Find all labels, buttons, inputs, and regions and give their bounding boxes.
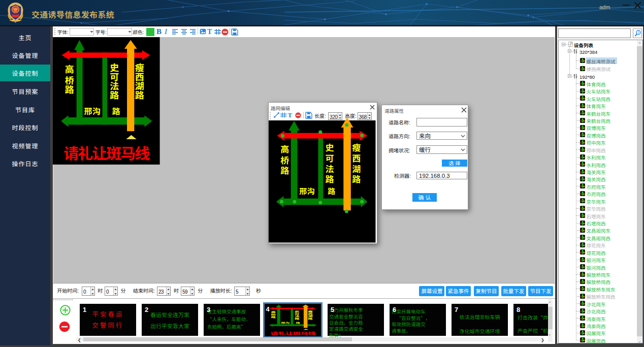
svg-text:沟: 沟 (307, 185, 315, 196)
svg-text:路: 路 (280, 164, 289, 176)
svg-text:路: 路 (352, 172, 361, 185)
svg-text:邢: 邢 (299, 185, 307, 196)
svg-text:路: 路 (326, 172, 334, 185)
svg-text:路: 路 (328, 185, 335, 196)
svg-text:高: 高 (280, 142, 289, 155)
